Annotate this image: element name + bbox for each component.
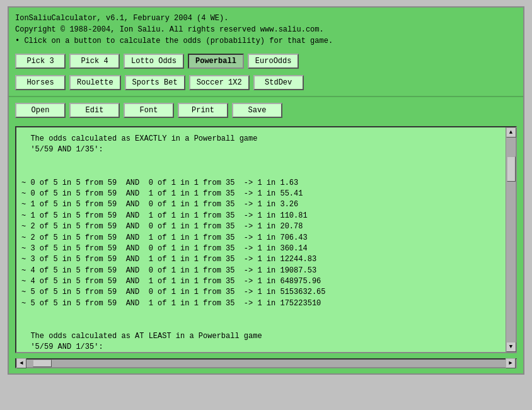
lotto-button[interactable]: Lotto Odds xyxy=(124,54,184,69)
print-button[interactable]: Print xyxy=(178,103,228,118)
divider-1 xyxy=(9,96,523,97)
sportsbet-button[interactable]: Sports Bet xyxy=(125,75,185,90)
button-row-2: Horses Roulette Sports Bet Soccer 1X2 St… xyxy=(9,72,523,93)
button-row-1: Pick 3 Pick 4 Lotto Odds Powerball EuroO… xyxy=(9,50,523,72)
header-area: IonSaliuCalculator, v6.1, February 2004 … xyxy=(9,8,523,50)
down-arrow-icon: ▼ xyxy=(509,344,512,350)
stddev-button[interactable]: StdDev xyxy=(253,75,304,90)
powerball-button[interactable]: Powerball xyxy=(188,54,244,69)
title-line2: Copyright © 1988-2004, Ion Saliu. All ri… xyxy=(15,24,517,35)
scroll-track-v[interactable] xyxy=(506,138,516,342)
output-text: The odds calculated as EXACTLY in a Powe… xyxy=(16,127,506,352)
save-button[interactable]: Save xyxy=(232,103,282,118)
left-arrow-icon: ◄ xyxy=(20,360,23,366)
scroll-down-button[interactable]: ▼ xyxy=(506,342,516,352)
font-button[interactable]: Font xyxy=(124,103,174,118)
euroodds-button[interactable]: EuroOdds xyxy=(248,54,299,69)
title-line1: IonSaliuCalculator, v6.1, February 2004 … xyxy=(15,13,517,24)
main-window: IonSaliuCalculator, v6.1, February 2004 … xyxy=(8,6,524,375)
horses-button[interactable]: Horses xyxy=(15,75,66,90)
scroll-up-button[interactable]: ▲ xyxy=(506,127,516,138)
scroll-track-h[interactable] xyxy=(26,360,506,367)
scroll-left-button[interactable]: ◄ xyxy=(16,358,26,368)
vertical-scrollbar[interactable]: ▲ ▼ xyxy=(506,127,516,352)
horizontal-scrollbar[interactable]: ◄ ► xyxy=(15,358,517,368)
output-container: The odds calculated as EXACTLY in a Powe… xyxy=(15,126,517,353)
open-button[interactable]: Open xyxy=(15,103,66,118)
title-line3: • Click on a button to calculate the odd… xyxy=(15,35,517,47)
pick3-button[interactable]: Pick 3 xyxy=(15,54,66,69)
pick4-button[interactable]: Pick 4 xyxy=(69,54,120,69)
scroll-thumb-h[interactable] xyxy=(33,360,52,367)
edit-button[interactable]: Edit xyxy=(69,103,120,118)
soccer-button[interactable]: Soccer 1X2 xyxy=(189,75,250,90)
button-row-3: Open Edit Font Print Save xyxy=(9,100,523,121)
scroll-thumb-v[interactable] xyxy=(507,156,516,182)
roulette-button[interactable]: Roulette xyxy=(69,75,121,90)
right-arrow-icon: ► xyxy=(509,360,512,366)
scroll-right-button[interactable]: ► xyxy=(506,358,516,368)
up-arrow-icon: ▲ xyxy=(509,129,512,136)
